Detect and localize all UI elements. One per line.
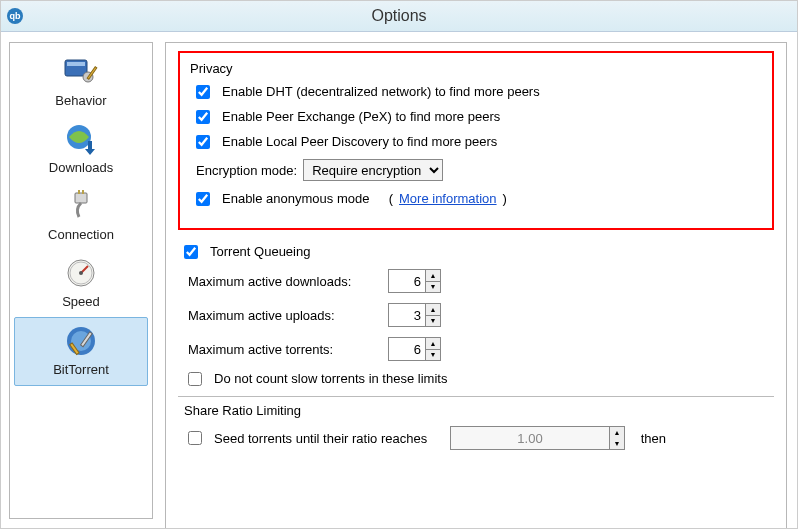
privacy-section-title: Privacy: [190, 61, 762, 76]
queue-enable-checkbox[interactable]: [184, 245, 198, 259]
section-divider: [178, 396, 774, 397]
spinner-up-icon[interactable]: ▲: [426, 304, 440, 316]
max-ul-input[interactable]: [389, 304, 425, 326]
settings-panel: Privacy Enable DHT (decentralized networ…: [165, 42, 787, 529]
lpd-label: Enable Local Peer Discovery to find more…: [222, 134, 497, 149]
queue-enable-row: Torrent Queueing: [184, 244, 774, 259]
title-bar: qb Options: [1, 1, 797, 32]
max-dl-spinner[interactable]: ▲▼: [388, 269, 441, 293]
privacy-section-highlight: Privacy Enable DHT (decentralized networ…: [178, 51, 774, 230]
max-tor-spinner[interactable]: ▲▼: [388, 337, 441, 361]
seed-until-checkbox[interactable]: [188, 431, 202, 445]
svg-rect-6: [78, 190, 80, 194]
anon-more-open: (: [389, 191, 393, 206]
sidebar-container: Behavior Downloads: [1, 32, 161, 529]
app-icon: qb: [7, 8, 23, 24]
encryption-row: Encryption mode: Require encryption: [196, 159, 762, 181]
max-dl-input[interactable]: [389, 270, 425, 292]
seed-until-then: then: [641, 431, 666, 446]
sidebar-item-behavior[interactable]: Behavior: [14, 49, 148, 116]
anon-more-link[interactable]: More information: [399, 191, 497, 206]
dht-checkbox[interactable]: [196, 85, 210, 99]
spinner-down-icon[interactable]: ▼: [426, 350, 440, 361]
svg-point-11: [79, 271, 83, 275]
spinner-up-icon[interactable]: ▲: [426, 338, 440, 350]
spinner-down-icon[interactable]: ▼: [610, 438, 624, 449]
options-window: qb Options Behavior: [0, 0, 798, 529]
window-title: Options: [371, 7, 426, 25]
pex-checkbox[interactable]: [196, 110, 210, 124]
bittorrent-icon: [58, 322, 104, 360]
max-tor-row: Maximum active torrents: ▲▼: [188, 337, 774, 361]
connection-icon: [58, 187, 104, 225]
seed-until-input[interactable]: [451, 427, 609, 449]
anon-more-close: ): [503, 191, 507, 206]
speed-icon: [58, 254, 104, 292]
spinner-down-icon[interactable]: ▼: [426, 282, 440, 293]
ratio-section-title: Share Ratio Limiting: [184, 403, 774, 418]
sidebar-item-speed[interactable]: Speed: [14, 250, 148, 317]
max-tor-label: Maximum active torrents:: [188, 342, 378, 357]
seed-until-label: Seed torrents until their ratio reaches: [214, 431, 427, 446]
anon-checkbox[interactable]: [196, 192, 210, 206]
sidebar-item-connection[interactable]: Connection: [14, 183, 148, 250]
svg-rect-1: [67, 62, 85, 66]
max-ul-spinner[interactable]: ▲▼: [388, 303, 441, 327]
no-slow-label: Do not count slow torrents in these limi…: [214, 371, 447, 386]
max-tor-input[interactable]: [389, 338, 425, 360]
sidebar-item-label: Speed: [62, 294, 100, 309]
max-dl-label: Maximum active downloads:: [188, 274, 378, 289]
dht-row: Enable DHT (decentralized network) to fi…: [196, 84, 762, 99]
no-slow-row: Do not count slow torrents in these limi…: [188, 371, 774, 386]
sidebar-item-label: Connection: [48, 227, 114, 242]
lpd-row: Enable Local Peer Discovery to find more…: [196, 134, 762, 149]
downloads-icon: [58, 120, 104, 158]
queue-enable-label: Torrent Queueing: [210, 244, 310, 259]
encryption-select[interactable]: Require encryption: [303, 159, 443, 181]
seed-until-spinner[interactable]: ▲▼: [450, 426, 625, 450]
max-ul-label: Maximum active uploads:: [188, 308, 378, 323]
pex-label: Enable Peer Exchange (PeX) to find more …: [222, 109, 500, 124]
pex-row: Enable Peer Exchange (PeX) to find more …: [196, 109, 762, 124]
max-dl-row: Maximum active downloads: ▲▼: [188, 269, 774, 293]
anon-label: Enable anonymous mode: [222, 191, 369, 206]
sidebar: Behavior Downloads: [9, 42, 153, 519]
svg-rect-7: [82, 190, 84, 194]
seed-until-row: Seed torrents until their ratio reaches …: [188, 426, 774, 450]
sidebar-item-label: BitTorrent: [53, 362, 109, 377]
sidebar-item-bittorrent[interactable]: BitTorrent: [14, 317, 148, 386]
sidebar-item-downloads[interactable]: Downloads: [14, 116, 148, 183]
sidebar-item-label: Downloads: [49, 160, 113, 175]
behavior-icon: [58, 53, 104, 91]
anon-row: Enable anonymous mode (More information): [196, 191, 762, 206]
window-body: Behavior Downloads: [1, 32, 797, 529]
sidebar-item-label: Behavior: [55, 93, 106, 108]
max-ul-row: Maximum active uploads: ▲▼: [188, 303, 774, 327]
encryption-label: Encryption mode:: [196, 163, 297, 178]
spinner-up-icon[interactable]: ▲: [610, 427, 624, 438]
lpd-checkbox[interactable]: [196, 135, 210, 149]
spinner-down-icon[interactable]: ▼: [426, 316, 440, 327]
svg-rect-5: [75, 193, 87, 203]
main-area: Privacy Enable DHT (decentralized networ…: [161, 32, 797, 529]
dht-label: Enable DHT (decentralized network) to fi…: [222, 84, 540, 99]
no-slow-checkbox[interactable]: [188, 372, 202, 386]
spinner-up-icon[interactable]: ▲: [426, 270, 440, 282]
